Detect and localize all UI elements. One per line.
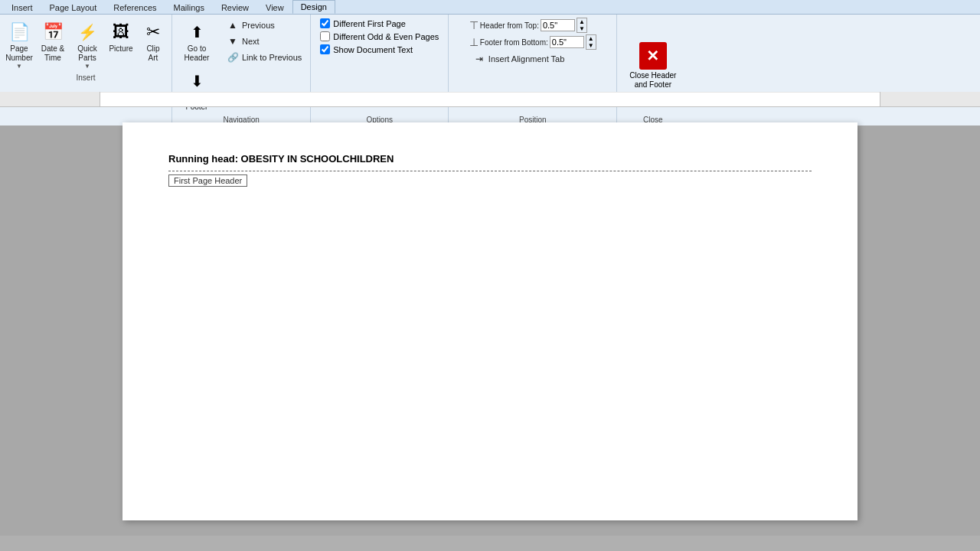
ruler bbox=[0, 92, 980, 107]
footer-from-bottom-input[interactable] bbox=[550, 36, 584, 48]
tab-review[interactable]: Review bbox=[213, 1, 257, 14]
clip-art-button[interactable]: ✂ ClipArt bbox=[138, 18, 168, 65]
different-first-page-option[interactable]: Different First Page bbox=[318, 18, 440, 29]
previous-icon: ▲ bbox=[227, 19, 239, 31]
clip-art-icon: ✂ bbox=[141, 20, 165, 44]
ribbon-tabs: Insert Page Layout References Mailings R… bbox=[0, 0, 980, 14]
link-to-previous-button[interactable]: 🔗 Link to Previous bbox=[223, 50, 305, 65]
ribbon: Insert Page Layout References Mailings R… bbox=[0, 0, 980, 92]
header-from-top-input[interactable] bbox=[541, 19, 575, 31]
quick-parts-button[interactable]: ⚡ QuickParts ▼ bbox=[70, 18, 104, 72]
page-number-icon: 📄 bbox=[7, 20, 31, 44]
document-area: Running head: OBESITY IN SCHOOLCHILDREN … bbox=[0, 107, 980, 536]
go-to-header-icon: ⬆ bbox=[185, 20, 209, 44]
close-header-footer-button[interactable]: ✕ Close Headerand Footer bbox=[625, 39, 681, 93]
date-time-button[interactable]: 📅 Date & Time bbox=[37, 18, 69, 65]
go-to-header-button[interactable]: ⬆ Go toHeader bbox=[177, 18, 217, 65]
page-number-button[interactable]: 📄 PageNumber ▼ bbox=[3, 18, 35, 72]
show-document-text-option[interactable]: Show Document Text bbox=[318, 44, 440, 55]
footer-from-bottom-spinner[interactable]: ▲ ▼ bbox=[586, 34, 596, 50]
page: Running head: OBESITY IN SCHOOLCHILDREN … bbox=[122, 122, 858, 520]
insert-alignment-tab-icon: ⇥ bbox=[473, 53, 485, 65]
header-divider bbox=[168, 171, 812, 171]
header-from-top-spinner[interactable]: ▲ ▼ bbox=[577, 18, 587, 33]
group-insert: 📄 PageNumber ▼ 📅 Date & Time ⚡ QuickPart… bbox=[0, 15, 172, 126]
page-body[interactable] bbox=[122, 194, 858, 500]
footer-from-bottom-row: ⊥ Footer from Bottom: ▲ ▼ bbox=[469, 34, 596, 50]
page-number-dropdown-arrow: ▼ bbox=[16, 63, 22, 70]
tab-mailings[interactable]: Mailings bbox=[165, 1, 213, 14]
ruler-inner bbox=[100, 92, 880, 107]
group-position: ⊤ Header from Top: ▲ ▼ ⊥ Footer from Bot… bbox=[449, 15, 617, 126]
picture-button[interactable]: 🖼 Picture bbox=[106, 18, 136, 56]
group-options: Different First Page Different Odd & Eve… bbox=[311, 15, 449, 126]
previous-button[interactable]: ▲ Previous bbox=[223, 18, 305, 33]
tab-design[interactable]: Design bbox=[292, 0, 335, 14]
insert-group-label: Insert bbox=[76, 72, 95, 83]
tab-view[interactable]: View bbox=[257, 1, 292, 14]
tab-page-layout[interactable]: Page Layout bbox=[41, 1, 106, 14]
quick-parts-icon: ⚡ bbox=[75, 20, 100, 44]
ruler-ticks bbox=[100, 92, 880, 107]
page-header-area[interactable]: Running head: OBESITY IN SCHOOLCHILDREN … bbox=[122, 122, 858, 194]
different-odd-even-checkbox[interactable] bbox=[320, 31, 330, 41]
date-time-icon: 📅 bbox=[41, 20, 65, 44]
ribbon-content: 📄 PageNumber ▼ 📅 Date & Time ⚡ QuickPart… bbox=[0, 14, 980, 126]
insert-group-items: 📄 PageNumber ▼ 📅 Date & Time ⚡ QuickPart… bbox=[3, 18, 168, 72]
next-button[interactable]: ▼ Next bbox=[223, 34, 305, 49]
link-to-previous-icon: 🔗 bbox=[227, 51, 239, 64]
header-from-top-row: ⊤ Header from Top: ▲ ▼ bbox=[469, 18, 596, 33]
close-icon: ✕ bbox=[639, 42, 667, 70]
tab-insert[interactable]: Insert bbox=[3, 1, 41, 14]
tab-references[interactable]: References bbox=[105, 1, 165, 14]
different-odd-even-option[interactable]: Different Odd & Even Pages bbox=[318, 31, 440, 42]
group-close: ✕ Close Headerand Footer Close bbox=[617, 15, 688, 126]
different-first-page-checkbox[interactable] bbox=[320, 18, 330, 28]
footer-from-bottom-icon: ⊥ bbox=[469, 36, 479, 48]
next-icon: ▼ bbox=[227, 35, 239, 47]
header-text: Running head: OBESITY IN SCHOOLCHILDREN bbox=[168, 153, 812, 165]
show-document-text-checkbox[interactable] bbox=[320, 44, 330, 54]
go-to-footer-icon: ⬇ bbox=[185, 69, 209, 93]
header-from-top-icon: ⊤ bbox=[469, 19, 479, 31]
picture-icon: 🖼 bbox=[109, 20, 133, 44]
first-page-header-label: First Page Header bbox=[168, 174, 247, 187]
quick-parts-dropdown-arrow: ▼ bbox=[84, 63, 90, 70]
group-navigation: ⬆ Go toHeader ⬇ Go toFooter ▲ Previous bbox=[172, 15, 311, 126]
insert-alignment-tab-button[interactable]: ⇥ Insert Alignment Tab bbox=[469, 51, 596, 67]
